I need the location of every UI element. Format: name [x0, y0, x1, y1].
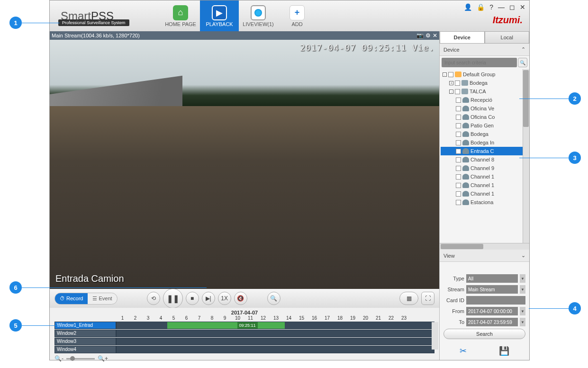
tree-item[interactable]: Channel 1 — [441, 172, 528, 181]
minimize-icon[interactable]: — — [498, 3, 505, 11]
tree-item[interactable]: Estaciona — [441, 198, 528, 206]
cardid-input[interactable] — [466, 296, 525, 305]
checkbox[interactable] — [456, 183, 461, 188]
timeline-track[interactable] — [116, 346, 434, 353]
tree-item[interactable]: -TALCA — [441, 87, 528, 96]
tree-item[interactable]: Channel 1 — [441, 189, 528, 198]
settings-icon[interactable]: ⚙ — [425, 32, 431, 39]
timeline-row-label[interactable]: Window3 — [54, 338, 116, 345]
stream-select[interactable]: Main Stream — [466, 285, 518, 294]
tree-item[interactable]: Channel 1 — [441, 181, 528, 189]
collapse-icon[interactable]: - — [449, 90, 453, 94]
tree-item[interactable]: Recepció — [441, 96, 528, 104]
clip-icon[interactable]: ✂ — [460, 346, 467, 356]
tree-root[interactable]: - Default Group — [441, 70, 528, 79]
tree-hscroll[interactable] — [440, 243, 529, 250]
tree-item[interactable]: Channel 8 — [441, 155, 528, 164]
record-tab[interactable]: ⏱Record — [55, 293, 88, 304]
timeline-track[interactable] — [116, 338, 434, 345]
checkbox[interactable] — [456, 157, 461, 162]
sync-button[interactable]: ⟲ — [147, 292, 160, 305]
timeline-row-label[interactable]: Window2 — [54, 330, 116, 337]
tree-item[interactable]: Bodega In — [441, 138, 528, 147]
cam-icon — [462, 157, 469, 162]
zoom-slider[interactable] — [66, 358, 95, 359]
nav-home[interactable]: ⌂HOME PAGE — [161, 0, 200, 31]
event-tab[interactable]: ☰Event — [88, 293, 117, 304]
dropdown-icon[interactable]: ▼ — [520, 318, 525, 326]
checkbox[interactable] — [456, 106, 461, 111]
lock-icon[interactable]: 🔒 — [477, 3, 485, 11]
help-icon[interactable]: ? — [489, 3, 493, 11]
timeline-track[interactable]: 09:25:11 — [116, 322, 434, 329]
dropdown-icon[interactable]: ▼ — [520, 285, 525, 294]
zoom-in-icon[interactable]: 🔍+ — [98, 355, 108, 362]
device-section-header[interactable]: Device⌃ — [440, 44, 529, 56]
cam-icon — [462, 174, 469, 180]
tab-local[interactable]: Local — [485, 31, 530, 44]
expand-icon[interactable]: + — [449, 81, 453, 85]
tree-item[interactable]: Patio Gen — [441, 121, 528, 130]
fullscreen-button[interactable]: ⛶ — [421, 292, 434, 305]
view-section-header[interactable]: View⌄ — [440, 250, 529, 262]
search-input[interactable] — [442, 58, 517, 67]
from-datetime[interactable]: 2017-04-07 00:00:00 — [466, 307, 518, 315]
nav-liveview[interactable]: LIVEVIEW(1) — [239, 0, 278, 31]
next-frame-button[interactable]: ▶| — [202, 292, 215, 305]
checkbox[interactable] — [456, 115, 461, 120]
checkbox[interactable] — [456, 191, 461, 197]
timeline-vscroll[interactable] — [432, 322, 438, 350]
collapse-icon[interactable]: - — [443, 72, 447, 77]
timeline-row-label[interactable]: Window4 — [54, 346, 116, 353]
timeline-row[interactable]: Window3 — [54, 338, 434, 345]
zoom-button[interactable]: 🔍 — [267, 292, 280, 305]
search-button[interactable]: Search — [443, 329, 525, 339]
checkbox[interactable] — [455, 89, 460, 94]
close-video-icon[interactable]: ✕ — [433, 32, 437, 39]
timeline-row[interactable]: Window4 — [54, 346, 434, 353]
tree-item[interactable]: Entrada C — [441, 147, 528, 155]
tree-vscroll[interactable] — [523, 69, 529, 243]
checkbox[interactable] — [456, 132, 461, 137]
timeline-track[interactable] — [116, 330, 434, 337]
pause-button[interactable]: ❚❚ — [163, 288, 183, 308]
dropdown-icon[interactable]: ▼ — [520, 274, 525, 283]
timeline-row[interactable]: Window2 — [54, 330, 434, 337]
tree-item[interactable]: +Bodega — [441, 79, 528, 87]
snapshot-icon[interactable]: 📷 — [416, 32, 424, 39]
stop-button[interactable]: ■ — [186, 292, 199, 305]
checkbox[interactable] — [456, 200, 461, 205]
export-icon[interactable]: 💾 — [499, 346, 509, 356]
checkbox[interactable] — [456, 174, 461, 180]
checkbox[interactable] — [455, 81, 460, 86]
nav-add[interactable]: +ADD — [278, 0, 317, 31]
tree-item[interactable]: Oficina Co — [441, 113, 528, 121]
checkbox[interactable] — [456, 149, 461, 154]
zoom-out-icon[interactable]: 🔍- — [54, 355, 63, 362]
tree-item[interactable]: Bodega — [441, 130, 528, 138]
close-icon[interactable]: ✕ — [520, 3, 525, 11]
checkbox[interactable] — [448, 72, 453, 77]
checkbox[interactable] — [456, 140, 461, 145]
timeline-row-label[interactable]: Window1_Entrad — [54, 322, 116, 329]
cam-icon — [462, 191, 469, 197]
cam-icon — [462, 148, 469, 154]
to-datetime[interactable]: 2017-04-07 23:59:59 — [466, 318, 518, 326]
checkbox[interactable] — [456, 123, 461, 128]
timeline-row[interactable]: Window1_Entrad09:25:11 — [54, 322, 434, 329]
layout-button[interactable]: ▦ — [399, 292, 418, 305]
speed-button[interactable]: 1X — [218, 292, 231, 305]
video-viewport[interactable]: 2017-04-07 09:25:11 Vie. Entrada Camion — [50, 40, 439, 289]
nav-playback[interactable]: ▶PLAYBACK — [200, 0, 239, 31]
search-button[interactable]: 🔍 — [518, 58, 527, 67]
tab-device[interactable]: Device — [440, 31, 485, 44]
checkbox[interactable] — [456, 166, 461, 171]
user-icon[interactable]: 👤 — [464, 3, 472, 11]
tree-item[interactable]: Oficina Ve — [441, 104, 528, 113]
maximize-icon[interactable]: ◻ — [509, 3, 515, 11]
dropdown-icon[interactable]: ▼ — [520, 307, 525, 315]
type-select[interactable]: All — [466, 274, 518, 283]
mute-button[interactable]: 🔇 — [234, 292, 247, 305]
tree-item[interactable]: Channel 9 — [441, 164, 528, 172]
checkbox[interactable] — [456, 98, 461, 103]
